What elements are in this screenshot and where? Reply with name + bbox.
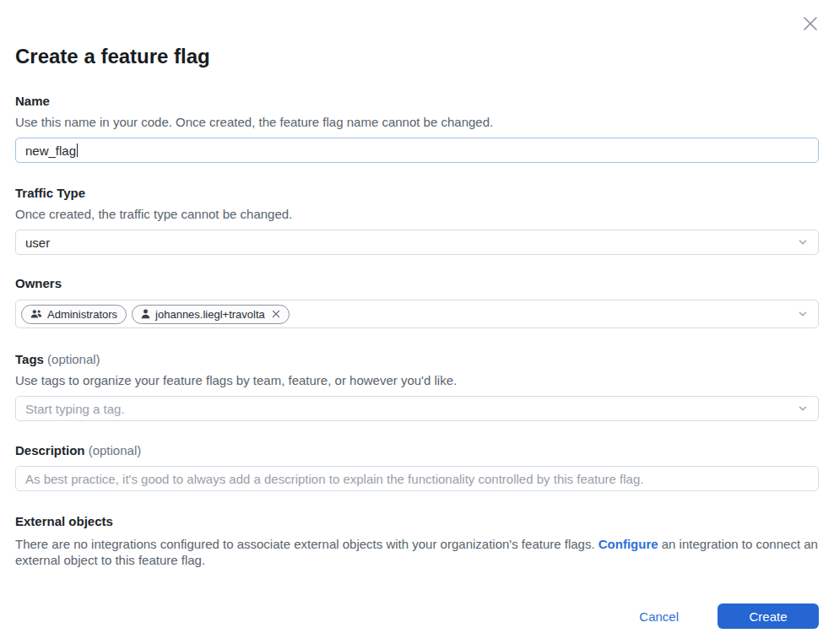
close-icon bbox=[800, 14, 820, 34]
configure-link[interactable]: Configure bbox=[598, 537, 658, 551]
owner-chip-administrators[interactable]: Administrators bbox=[21, 305, 127, 324]
traffic-type-select[interactable]: user bbox=[15, 230, 819, 255]
traffic-type-label: Traffic Type bbox=[15, 186, 819, 201]
owners-multiselect[interactable]: Administrators johannes.liegl+travolta bbox=[15, 300, 819, 328]
traffic-type-help-text: Once created, the traffic type cannot be… bbox=[15, 207, 819, 222]
tags-label-text: Tags bbox=[15, 352, 44, 366]
owner-chip-label: Administrators bbox=[47, 308, 117, 321]
owner-chip-user[interactable]: johannes.liegl+travolta bbox=[132, 305, 290, 324]
remove-owner-icon[interactable] bbox=[272, 310, 280, 318]
name-section: Name Use this name in your code. Once cr… bbox=[15, 94, 819, 163]
description-optional-text: (optional) bbox=[89, 443, 142, 457]
name-input[interactable]: new_flag bbox=[15, 138, 819, 163]
owners-section: Owners Administrators bbox=[15, 276, 819, 328]
cancel-button[interactable]: Cancel bbox=[639, 609, 679, 624]
tags-help-text: Use tags to organize your feature flags … bbox=[15, 373, 819, 388]
modal-footer: Cancel Create bbox=[0, 603, 834, 629]
tags-select[interactable]: Start typing a tag. bbox=[15, 396, 819, 421]
external-objects-text-before: There are no integrations configured to … bbox=[15, 537, 598, 551]
traffic-type-section: Traffic Type Once created, the traffic t… bbox=[15, 186, 819, 255]
description-section: Description (optional) As best practice,… bbox=[15, 443, 819, 491]
close-button[interactable] bbox=[799, 13, 821, 35]
owners-label: Owners bbox=[15, 276, 819, 291]
chevron-down-icon bbox=[797, 236, 809, 248]
create-button[interactable]: Create bbox=[718, 603, 819, 629]
owner-chip-label: johannes.liegl+travolta bbox=[155, 308, 265, 321]
external-objects-label: External objects bbox=[15, 514, 819, 529]
tags-label: Tags (optional) bbox=[15, 352, 819, 367]
description-label-text: Description bbox=[15, 443, 85, 457]
description-input[interactable]: As best practice, it's good to always ad… bbox=[15, 466, 819, 491]
person-icon bbox=[141, 309, 150, 319]
tags-optional-text: (optional) bbox=[47, 352, 100, 366]
name-label: Name bbox=[15, 94, 819, 109]
tags-section: Tags (optional) Use tags to organize you… bbox=[15, 352, 819, 421]
tags-placeholder: Start typing a tag. bbox=[25, 402, 125, 416]
chevron-down-icon bbox=[797, 308, 809, 320]
traffic-type-selected-value: user bbox=[25, 235, 50, 250]
description-placeholder: As best practice, it's good to always ad… bbox=[25, 472, 643, 486]
description-label: Description (optional) bbox=[15, 443, 819, 458]
name-help-text: Use this name in your code. Once created… bbox=[15, 115, 819, 130]
create-feature-flag-modal: Create a feature flag Name Use this name… bbox=[0, 44, 834, 568]
page-title: Create a feature flag bbox=[15, 44, 819, 69]
external-objects-section: External objects There are no integratio… bbox=[15, 514, 819, 568]
text-cursor bbox=[77, 143, 78, 157]
external-objects-text: There are no integrations configured to … bbox=[15, 537, 819, 568]
group-icon bbox=[30, 309, 42, 319]
chevron-down-icon bbox=[797, 403, 809, 414]
owners-chip-list: Administrators johannes.liegl+travolta bbox=[21, 305, 290, 324]
name-input-value: new_flag bbox=[25, 143, 76, 158]
